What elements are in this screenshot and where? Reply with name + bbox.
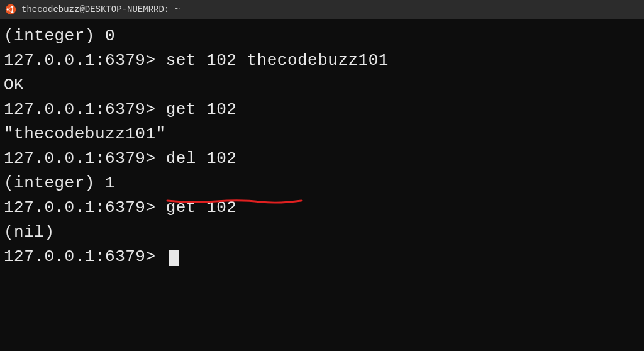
output-line: (integer) 1 xyxy=(4,171,640,196)
output-line: (integer) 0 xyxy=(4,24,640,48)
prompt: 127.0.0.1:6379> xyxy=(4,149,156,168)
command-text: set 102 thecodebuzz101 xyxy=(166,51,389,70)
output-line: OK xyxy=(4,73,640,98)
command-line: 127.0.0.1:6379> del 102 xyxy=(4,147,640,171)
svg-point-1 xyxy=(6,8,8,10)
prompt: 127.0.0.1:6379> xyxy=(4,51,156,70)
window-title: thecodebuzz@DESKTOP-NUEMRRD: ~ xyxy=(21,4,180,14)
prompt: 127.0.0.1:6379> xyxy=(4,100,156,119)
titlebar: thecodebuzz@DESKTOP-NUEMRRD: ~ xyxy=(0,0,644,19)
terminal-area[interactable]: (integer) 0 127.0.0.1:6379> set 102 thec… xyxy=(0,19,644,274)
svg-point-2 xyxy=(11,6,13,8)
command-line: 127.0.0.1:6379> get 102 xyxy=(4,196,640,220)
command-text: get 102 xyxy=(166,100,237,119)
output-line: "thecodebuzz101" xyxy=(4,122,640,147)
svg-point-3 xyxy=(11,11,13,13)
command-line: 127.0.0.1:6379> set 102 thecodebuzz101 xyxy=(4,48,640,73)
cursor xyxy=(169,250,179,266)
command-text: get 102 xyxy=(166,198,237,217)
prompt: 127.0.0.1:6379> xyxy=(4,198,156,217)
command-text: del 102 xyxy=(166,149,237,168)
output-line: (nil) xyxy=(4,220,640,245)
ubuntu-icon xyxy=(5,4,16,15)
command-line: 127.0.0.1:6379> get 102 xyxy=(4,98,640,122)
command-line: 127.0.0.1:6379> xyxy=(4,245,640,269)
prompt: 127.0.0.1:6379> xyxy=(4,247,156,266)
